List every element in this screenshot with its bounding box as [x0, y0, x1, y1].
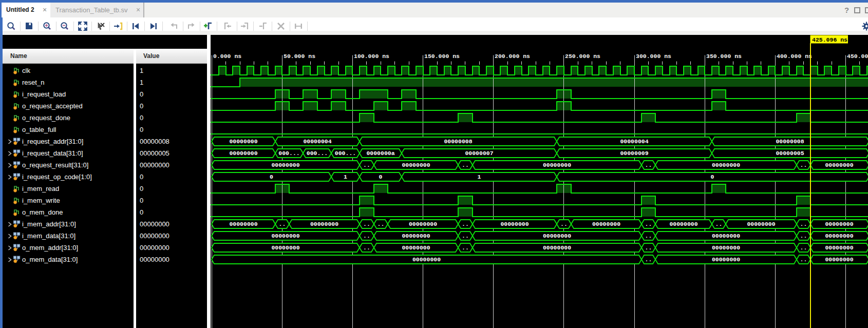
- svg-text:..: ..: [363, 162, 370, 168]
- svg-text:00000004: 00000004: [620, 138, 648, 145]
- svg-text:..: ..: [560, 221, 568, 227]
- svg-text:00000000: 00000000: [271, 233, 299, 239]
- svg-text:..: ..: [645, 233, 652, 239]
- svg-text:0000000a: 0000000a: [366, 150, 394, 157]
- svg-text:50.000 ns: 50.000 ns: [284, 53, 315, 60]
- svg-text:00000000: 00000000: [271, 162, 299, 168]
- svg-text:..: ..: [462, 221, 469, 227]
- svg-text:00000000: 00000000: [825, 221, 853, 227]
- svg-text:350.000 ns: 350.000 ns: [706, 53, 742, 60]
- svg-text:..: ..: [462, 244, 469, 251]
- svg-text:00000000: 00000000: [543, 162, 571, 168]
- svg-text:000...: 000...: [307, 150, 328, 157]
- svg-text:..: ..: [462, 233, 469, 239]
- svg-text:000...: 000...: [335, 150, 356, 157]
- svg-text:..: ..: [645, 256, 652, 263]
- svg-text:00000000: 00000000: [669, 221, 697, 227]
- svg-text:..: ..: [378, 221, 385, 227]
- svg-text:00000000: 00000000: [712, 162, 740, 168]
- svg-text:..: ..: [645, 162, 652, 168]
- svg-text:00000000: 00000000: [500, 221, 529, 227]
- svg-text:00000000: 00000000: [229, 221, 257, 227]
- svg-text:00000000: 00000000: [825, 162, 853, 168]
- svg-text:00000000: 00000000: [543, 244, 571, 251]
- svg-text:400.000 ns: 400.000 ns: [777, 53, 812, 60]
- svg-text:00000000: 00000000: [412, 256, 441, 263]
- svg-text:00000000: 00000000: [229, 138, 257, 145]
- svg-text:00000000: 00000000: [271, 244, 299, 251]
- svg-text:..: ..: [645, 244, 652, 251]
- svg-text:00000008: 00000008: [776, 138, 804, 145]
- svg-text:450.000 ns: 450.000 ns: [847, 53, 868, 60]
- svg-text:..: ..: [800, 221, 807, 227]
- svg-text:..: ..: [363, 221, 370, 227]
- svg-text:00000000: 00000000: [825, 256, 853, 263]
- svg-text:00000008: 00000008: [444, 138, 472, 145]
- svg-text:00000007: 00000007: [465, 150, 493, 157]
- svg-text:..: ..: [715, 221, 723, 227]
- svg-text:0.000 ns: 0.000 ns: [213, 53, 241, 60]
- svg-text:00000005: 00000005: [776, 150, 804, 157]
- svg-text:00000004: 00000004: [303, 138, 331, 145]
- svg-text:..: ..: [800, 256, 807, 263]
- svg-text:..: ..: [363, 244, 370, 251]
- svg-text:..: ..: [645, 221, 652, 227]
- svg-text:00000000: 00000000: [310, 221, 338, 227]
- svg-text:150.000 ns: 150.000 ns: [424, 53, 460, 60]
- svg-text:00000000: 00000000: [229, 150, 257, 157]
- svg-text:..: ..: [800, 244, 807, 251]
- svg-text:250.000 ns: 250.000 ns: [565, 53, 600, 60]
- svg-text:0: 0: [379, 173, 383, 180]
- svg-text:..: ..: [279, 221, 286, 227]
- svg-text:1: 1: [478, 173, 481, 180]
- svg-text:0: 0: [711, 173, 714, 180]
- svg-text:00000000: 00000000: [747, 221, 775, 227]
- svg-text:00000000: 00000000: [825, 244, 853, 251]
- svg-text:300.000 ns: 300.000 ns: [636, 53, 671, 60]
- svg-text:00000000: 00000000: [712, 244, 740, 251]
- svg-text:00000000: 00000000: [592, 221, 620, 227]
- svg-text:0: 0: [270, 173, 273, 180]
- svg-text:00000000: 00000000: [543, 233, 571, 239]
- svg-text:00000009: 00000009: [620, 150, 648, 157]
- svg-text:00000000: 00000000: [402, 233, 430, 239]
- svg-text:200.000 ns: 200.000 ns: [495, 53, 530, 60]
- svg-text:100.000 ns: 100.000 ns: [354, 53, 389, 60]
- svg-text:000...: 000...: [278, 150, 299, 157]
- svg-text:00000000: 00000000: [825, 233, 853, 239]
- svg-text:..: ..: [462, 162, 469, 168]
- svg-text:00000000: 00000000: [402, 162, 430, 168]
- svg-text:425.096 ns: 425.096 ns: [812, 36, 847, 43]
- svg-text:1: 1: [344, 173, 347, 180]
- svg-text:..: ..: [800, 162, 807, 168]
- svg-text:00000000: 00000000: [402, 244, 430, 251]
- svg-text:00000000: 00000000: [409, 221, 437, 227]
- svg-text:00000000: 00000000: [712, 256, 740, 263]
- svg-text:..: ..: [363, 233, 370, 239]
- svg-text:..: ..: [800, 233, 807, 239]
- svg-text:00000000: 00000000: [712, 233, 740, 239]
